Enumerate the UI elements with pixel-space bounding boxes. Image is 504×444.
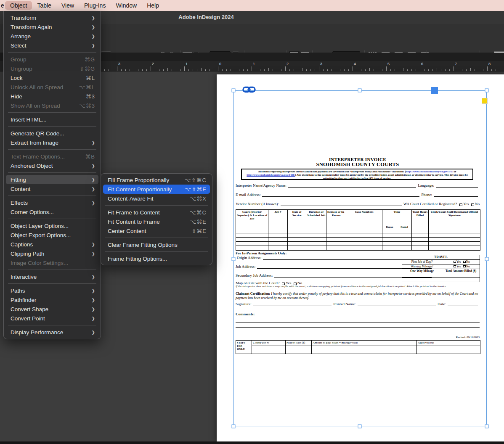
object-menu-item-fitting[interactable]: Fitting xyxy=(6,175,98,184)
object-menu-item-arrange[interactable]: Arrange xyxy=(6,32,98,41)
service-table-cell[interactable] xyxy=(306,229,326,233)
handle-top-right[interactable] xyxy=(485,89,489,92)
object-menu-item-display-performance[interactable]: Display Performance xyxy=(6,328,98,337)
object-menu-item-anchored-object[interactable]: Anchored Object xyxy=(6,161,98,170)
service-table-cell[interactable] xyxy=(288,242,306,246)
service-table-cell[interactable] xyxy=(412,242,429,246)
object-menu-item-insert-html[interactable]: Insert HTML... xyxy=(6,115,98,124)
service-table-cell[interactable] xyxy=(306,242,326,246)
service-table-cell[interactable] xyxy=(382,233,397,238)
object-menu-item-captions[interactable]: Captions xyxy=(6,240,98,249)
service-table-cell[interactable] xyxy=(382,246,397,250)
menubar-item-plug-ins[interactable]: Plug-Ins xyxy=(79,1,111,10)
object-menu-item-transform-again[interactable]: Transform Again xyxy=(6,22,98,32)
handle-bottom-middle[interactable] xyxy=(358,425,362,428)
service-table-cell[interactable] xyxy=(236,246,268,250)
handle-top-middle[interactable] xyxy=(358,89,362,92)
service-table-cell[interactable] xyxy=(236,229,268,233)
fitting-menu-item-center-content[interactable]: Center Content⇧⌘E xyxy=(103,226,210,235)
service-table-cell[interactable] xyxy=(429,233,480,238)
service-table-cell[interactable] xyxy=(288,246,306,250)
service-table-cell[interactable] xyxy=(288,238,306,242)
fitting-menu-item-fit-frame-to-content[interactable]: Fit Frame to Content⌥⌘C xyxy=(103,208,210,217)
handle-top-left[interactable] xyxy=(232,89,236,92)
service-table-cell[interactable] xyxy=(306,233,326,238)
menubar-partial-item[interactable]: e xyxy=(0,2,5,9)
menubar-item-object[interactable]: Object xyxy=(5,1,32,10)
object-menu-item-lock[interactable]: Lock⌘L xyxy=(6,73,98,82)
object-menu-item-convert-shape[interactable]: Convert Shape xyxy=(6,304,98,314)
linked-content-icon[interactable] xyxy=(242,85,256,94)
menubar-item-help[interactable]: Help xyxy=(142,1,164,10)
service-table-cell[interactable] xyxy=(397,246,412,250)
handle-bottom-right[interactable] xyxy=(485,425,489,428)
object-menu-item-extract-from-image[interactable]: Extract from Image xyxy=(6,138,98,147)
object-menu-item-convert-point[interactable]: Convert Point xyxy=(6,314,98,323)
handle-bottom-left[interactable] xyxy=(232,425,236,428)
live-corner-handle[interactable] xyxy=(482,98,488,104)
object-menu-item-pathfinder[interactable]: Pathfinder xyxy=(6,295,98,304)
service-table-cell[interactable] xyxy=(288,229,306,233)
handle-selected[interactable] xyxy=(431,87,438,94)
service-table-cell[interactable] xyxy=(412,238,429,242)
menubar-item-table[interactable]: Table xyxy=(32,1,56,10)
service-table-cell[interactable] xyxy=(412,229,429,233)
service-table-cell[interactable] xyxy=(236,242,268,246)
service-table-cell[interactable] xyxy=(268,229,288,233)
object-menu-item-generate-qr-code[interactable]: Generate QR Code... xyxy=(6,129,98,138)
object-menu-item-select[interactable]: Select xyxy=(6,41,98,50)
service-table-cell[interactable] xyxy=(429,238,480,242)
object-menu-item-content[interactable]: Content xyxy=(6,184,98,193)
object-menu-item-paths[interactable]: Paths xyxy=(6,286,98,295)
service-table-cell[interactable] xyxy=(412,246,429,250)
object-menu-item-object-layer-options[interactable]: Object Layer Options... xyxy=(6,221,98,230)
service-table-cell[interactable] xyxy=(236,238,268,242)
service-table-cell[interactable] xyxy=(326,229,346,233)
service-table-cell[interactable] xyxy=(326,242,346,246)
object-menu-item-object-export-options[interactable]: Object Export Options... xyxy=(6,230,98,240)
service-table-cell[interactable] xyxy=(268,242,288,246)
fitting-menu-item-content-aware-fit[interactable]: Content-Aware Fit⌥⌘X xyxy=(103,194,210,203)
object-menu-item-clipping-path[interactable]: Clipping Path xyxy=(6,249,98,258)
fitting-menu-item-fit-content-to-frame[interactable]: Fit Content to Frame⌥⌘E xyxy=(103,217,210,226)
object-menu-item-interactive[interactable]: Interactive xyxy=(6,272,98,281)
service-table-cell[interactable] xyxy=(397,242,412,246)
service-table-cell[interactable] xyxy=(236,233,268,238)
service-table-cell[interactable] xyxy=(429,242,480,246)
fitting-menu-item-fill-frame-proportionally[interactable]: Fill Frame Proportionally⌥⇧⌘C xyxy=(103,175,210,185)
service-table-cell[interactable] xyxy=(429,229,480,233)
service-table-cell[interactable] xyxy=(382,238,397,242)
service-table-cell[interactable] xyxy=(397,229,412,233)
handle-middle-right[interactable] xyxy=(485,257,489,261)
handle-middle-left[interactable] xyxy=(232,257,236,261)
object-menu-item-transform[interactable]: Transform xyxy=(6,13,98,22)
service-table-cell[interactable] xyxy=(346,238,382,242)
service-table-cell[interactable] xyxy=(346,246,382,250)
service-table-cell[interactable] xyxy=(288,233,306,238)
fitting-menu-item-clear-frame-fitting-options[interactable]: Clear Frame Fitting Options xyxy=(103,240,210,249)
service-table-cell[interactable] xyxy=(268,233,288,238)
service-table-cell[interactable] xyxy=(326,233,346,238)
service-table-cell[interactable] xyxy=(306,238,326,242)
service-table-cell[interactable] xyxy=(326,238,346,242)
menubar-item-window[interactable]: Window xyxy=(111,1,142,10)
service-table-cell[interactable] xyxy=(397,233,412,238)
object-menu-item-effects[interactable]: Effects xyxy=(6,198,98,207)
service-table-cell[interactable] xyxy=(397,238,412,242)
fitting-menu-item-frame-fitting-options[interactable]: Frame Fitting Options... xyxy=(103,254,210,263)
service-table-cell[interactable] xyxy=(346,242,382,246)
service-table-cell[interactable] xyxy=(268,238,288,242)
service-table-cell[interactable] xyxy=(306,246,326,250)
menubar-item-view[interactable]: View xyxy=(56,1,79,10)
fitting-menu-item-fit-content-proportionally[interactable]: Fit Content Proportionally⌥⇧⌘E xyxy=(103,185,210,194)
object-menu-item-hide[interactable]: Hide⌘3 xyxy=(6,92,98,101)
service-table-cell[interactable] xyxy=(412,233,429,238)
service-table-cell[interactable] xyxy=(382,242,397,246)
service-table-cell[interactable] xyxy=(429,246,480,250)
service-table-cell[interactable] xyxy=(326,246,346,250)
object-menu-item-corner-options[interactable]: Corner Options... xyxy=(6,207,98,217)
service-table-cell[interactable] xyxy=(346,233,382,238)
document-page[interactable]: INTERPRETER INVOICE SNOHOMISH COUNTY COU… xyxy=(217,74,504,441)
service-table-cell[interactable] xyxy=(346,229,382,233)
service-table-cell[interactable] xyxy=(268,246,288,250)
